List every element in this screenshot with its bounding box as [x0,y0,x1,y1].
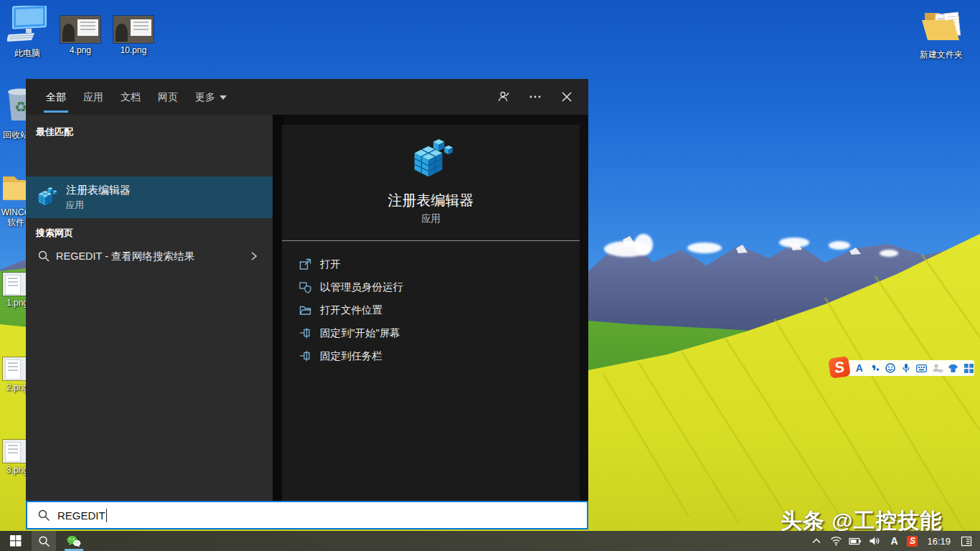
web-search-result[interactable]: REGEDIT - 查看网络搜索结果 [26,244,273,268]
detail-divider [282,240,580,241]
detail-subtitle: 应用 [282,212,580,225]
system-tray: A S 16:19 [810,534,980,547]
image-thumbnail [113,16,154,43]
windows-search-panel: 全部 应用 文档 网页 更多 最佳匹配 注册表编辑器 应用 [26,79,588,529]
taskbar: A S 16:19 [0,531,980,551]
image-thumbnail [60,16,100,43]
result-subtitle: 应用 [66,199,84,212]
result-title: 注册表编辑器 [66,184,131,197]
sogou-logo-icon[interactable]: S [828,356,851,379]
registry-editor-icon [409,138,453,182]
tab-all[interactable]: 全部 [46,79,66,115]
detail-title: 注册表编辑器 [282,191,580,210]
section-header-best-match: 最佳匹配 [36,126,73,138]
search-icon [37,250,50,263]
action-run-as-admin[interactable]: 以管理员身份运行 [282,276,580,298]
more-options-icon[interactable] [527,88,544,105]
pin-icon [299,327,311,339]
web-result-text: REGEDIT - 查看网络搜索结果 [56,250,194,263]
desktop-icon-label: 此电脑 [1,48,53,58]
action-label: 以管理员身份运行 [320,281,403,294]
chevron-right-icon [248,250,260,263]
desktop-icon-label: 新建文件夹 [915,50,967,60]
action-label: 打开 [320,258,341,271]
sogou-tray-icon[interactable]: S [907,536,918,547]
ime-login-25-icon[interactable]: 25 [932,362,943,374]
this-pc-icon [7,6,47,43]
action-pin-to-start[interactable]: 固定到"开始"屏幕 [282,321,580,344]
tab-apps[interactable]: 应用 [83,79,103,115]
shield-icon [299,281,311,293]
open-icon [299,258,311,270]
search-results-list: 最佳匹配 注册表编辑器 应用 搜索网页 REGEDIT - 查看网络搜索结果 [26,115,273,501]
ime-emoji-icon[interactable] [885,362,897,374]
search-icon [37,509,50,522]
search-query-text: REGEDIT [57,509,105,522]
pin-icon [299,350,311,362]
taskbar-search-button[interactable] [32,531,56,551]
clock[interactable]: 16:19 [924,536,953,547]
action-open-file-location[interactable]: 打开文件位置 [282,298,580,321]
desktop-icon-10png[interactable]: 10.png [108,16,159,55]
desktop-icon-this-pc[interactable]: 此电脑 [1,6,53,58]
text-caret [106,509,107,522]
chevron-down-icon [220,95,227,100]
battery-icon[interactable] [849,534,862,547]
action-label: 固定到"开始"屏幕 [320,326,400,340]
desktop-icon-4png[interactable]: 4.png [55,16,106,55]
desktop-icon-label: 10.png [108,45,159,55]
folder-icon [299,304,311,316]
registry-editor-icon [36,187,57,208]
ime-mode-indicator[interactable]: A [887,534,900,547]
desktop-screen: 此电脑 4.png 10.png 新建文件夹 ♻ 回收站 [0,0,980,551]
tab-documents[interactable]: 文档 [121,79,141,115]
wifi-icon[interactable] [829,534,842,547]
search-detail-pane: 注册表编辑器 应用 打开 以管理员身份运行 [284,115,588,501]
folder-open-icon [920,7,962,44]
section-header-search-web: 搜索网页 [36,227,73,240]
user-account-icon[interactable] [495,88,512,105]
ime-keyboard-icon[interactable] [916,362,928,374]
search-tabs-bar: 全部 应用 文档 网页 更多 [26,79,588,115]
desktop-icon-new-folder[interactable]: 新建文件夹 [915,7,967,60]
ime-letter-mode-icon[interactable]: A [854,362,865,374]
search-input[interactable]: REGEDIT [26,501,588,529]
search-icon [38,535,50,547]
action-center-icon[interactable] [960,534,973,547]
close-icon[interactable] [558,88,575,105]
windows-logo-icon [10,535,22,547]
sogou-ime-toolbar: S A 25 [832,360,974,376]
start-button[interactable] [0,531,32,551]
action-label: 固定到任务栏 [320,349,382,363]
desktop-icon-label: 4.png [55,45,106,55]
wechat-icon [67,535,81,547]
action-label: 打开文件位置 [320,303,382,317]
volume-icon[interactable] [868,534,881,547]
tab-more[interactable]: 更多 [195,79,227,115]
action-open[interactable]: 打开 [282,253,580,276]
action-pin-to-taskbar[interactable]: 固定到任务栏 [282,344,580,367]
best-match-result-regedit[interactable]: 注册表编辑器 应用 [26,176,273,218]
ime-skin-icon[interactable] [948,362,959,374]
tray-chevron-up-icon[interactable] [810,534,823,547]
ime-grid-menu-icon[interactable] [963,362,974,374]
detail-card: 注册表编辑器 应用 打开 以管理员身份运行 [282,125,580,501]
tab-web[interactable]: 网页 [158,79,178,115]
ime-microphone-icon[interactable] [900,362,912,374]
taskbar-wechat-button[interactable] [62,531,86,551]
svg-text:25: 25 [939,369,943,373]
ime-punctuation-icon[interactable] [870,362,881,374]
